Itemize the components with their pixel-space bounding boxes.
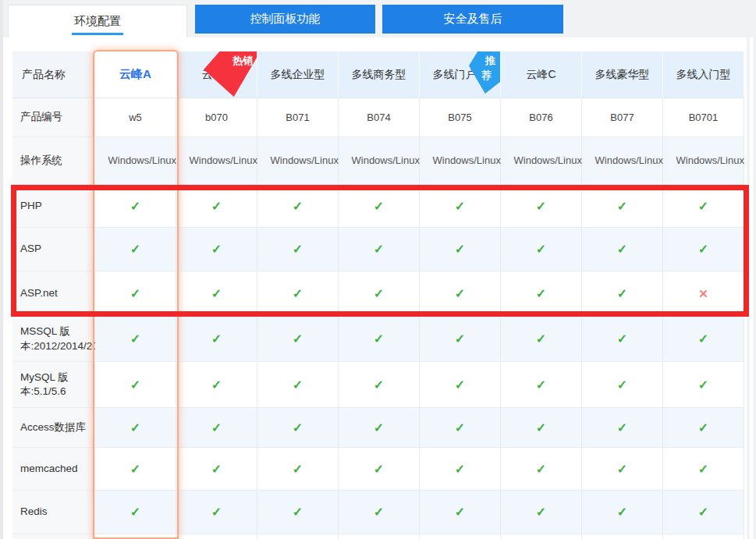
tab-control-panel-features[interactable]: 控制面板功能 [195, 5, 375, 34]
header-row: 产品名称云峰A云峰B热销多线企业型多线商务型多线门户型推荐云峰C多线豪华型多线入… [12, 51, 744, 98]
data-cell: ✓ [257, 271, 339, 317]
check-icon: ✓ [211, 505, 222, 519]
os-row: 操作系统Windows/LinuxWindows/LinuxWindows/Li… [12, 137, 744, 185]
row-label: Access数据库 [20, 420, 86, 434]
data-cell: ✓ [501, 317, 582, 362]
data-cell: Windows/Linux [176, 137, 257, 185]
page-left-margin [0, 0, 3, 539]
product-header-cell: 云峰B热销 [176, 51, 257, 98]
data-cell: ✓ [663, 408, 744, 448]
product-code: B071 [286, 112, 309, 123]
check-icon: ✓ [455, 462, 465, 477]
data-cell: ✓ [420, 317, 501, 362]
row-label: PHP [20, 199, 42, 213]
hot-badge-label: 热销 [232, 54, 253, 68]
product-name: 云峰A [119, 67, 151, 82]
feature-row: memcached✓✓✓✓✓✓✓✓ [12, 448, 744, 491]
check-icon: ✓ [617, 199, 627, 214]
data-cell: ✓ [501, 362, 582, 408]
data-cell: B0701 [663, 98, 744, 137]
data-cell: ✓ [176, 448, 257, 491]
tab-label: 环境配置 [74, 14, 121, 29]
check-icon: ✓ [293, 286, 303, 301]
check-icon: ✓ [374, 505, 384, 519]
product-code: B075 [448, 112, 471, 123]
data-cell: ✓ [420, 271, 501, 317]
check-icon: ✓ [617, 420, 627, 435]
row-label-cell: MSSQL 版本:2012/2014/2016 [12, 317, 95, 362]
tab-environment-config[interactable]: 环境配置 [8, 5, 187, 37]
tab-security-aftersales[interactable]: 安全及售后 [382, 5, 563, 34]
data-cell: ✓ [257, 408, 339, 448]
check-icon: ✓ [211, 199, 222, 214]
product-name: 多线企业型 [271, 68, 325, 82]
os-value: Windows/Linux [108, 153, 163, 169]
tab-label: 安全及售后 [444, 12, 502, 27]
data-cell: ✓ [582, 408, 663, 448]
row-label: 操作系统 [20, 154, 62, 168]
row-label: MSSQL 版本:2012/2014/2016 [20, 324, 89, 353]
data-cell: ✓ [582, 185, 663, 228]
data-cell: ✓ [257, 228, 339, 271]
data-cell: ✓ [176, 228, 257, 271]
check-icon: ✓ [293, 378, 303, 392]
data-cell: ✓ [339, 408, 420, 448]
product-name: 多线商务型 [352, 68, 406, 82]
feature-row: PHP✓✓✓✓✓✓✓✓ [12, 185, 744, 228]
check-icon: ✓ [130, 242, 140, 257]
check-icon: ✓ [130, 505, 140, 519]
data-cell: ✓ [95, 448, 176, 491]
check-icon: ✓ [536, 332, 546, 346]
product-comparison-page: 环境配置 控制面板功能 安全及售后 产品名称云峰A云峰B热销多线企业型多线商务型… [0, 0, 756, 539]
data-cell: Windows/Linux [339, 137, 420, 185]
data-cell: ✓ [95, 228, 176, 271]
feature-row: ASP✓✓✓✓✓✓✓✓ [12, 228, 744, 271]
data-cell [582, 534, 663, 539]
data-cell: ✓ [501, 491, 582, 534]
data-cell: ✓ [663, 228, 744, 271]
check-icon: ✓ [536, 505, 546, 519]
row-label-cell: Redis [12, 491, 95, 534]
data-cell [95, 534, 176, 539]
data-cell: B074 [339, 98, 420, 137]
active-tab-underline [72, 33, 123, 35]
check-icon: ✓ [374, 332, 384, 346]
product-header-cell: 多线商务型 [339, 51, 420, 98]
data-cell: Windows/Linux [420, 137, 501, 185]
feature-row: Access数据库✓✓✓✓✓✓✓✓ [12, 408, 744, 448]
check-icon: ✓ [698, 462, 708, 477]
data-cell: ✓ [95, 271, 176, 317]
partial-row [12, 534, 744, 539]
row-label-cell: MySQL 版本:5.1/5.6 [12, 362, 95, 408]
feature-row: MSSQL 版本:2012/2014/2016✓✓✓✓✓✓✓✓ [12, 317, 744, 362]
check-icon: ✓ [374, 378, 384, 392]
product-header-cell: 云峰A [95, 51, 176, 98]
scrollbar[interactable] [750, 37, 753, 539]
data-cell: ✓ [582, 448, 663, 491]
check-icon: ✓ [698, 378, 708, 392]
os-value: Windows/Linux [514, 153, 569, 169]
check-icon: ✓ [293, 332, 303, 346]
check-icon: ✓ [211, 462, 222, 477]
check-icon: ✓ [211, 242, 222, 257]
data-cell: ✓ [176, 491, 257, 534]
cross-icon: ✕ [698, 287, 708, 301]
check-icon: ✓ [455, 286, 465, 301]
check-icon: ✓ [536, 242, 546, 257]
data-cell: ✓ [663, 362, 744, 408]
data-cell: ✓ [95, 491, 176, 534]
data-cell: ✕ [663, 271, 744, 317]
row-label-cell [12, 534, 95, 539]
product-name: 多线豪华型 [595, 68, 650, 82]
data-cell [420, 534, 501, 539]
check-icon: ✓ [211, 332, 222, 346]
row-label-cell: ASP [12, 228, 95, 271]
data-cell: ✓ [339, 448, 420, 491]
data-cell: B076 [501, 98, 582, 137]
check-icon: ✓ [374, 242, 384, 257]
product-name: 云峰C [526, 68, 555, 82]
product-header-cell: 多线入门型 [663, 51, 744, 98]
check-icon: ✓ [455, 332, 465, 346]
data-cell: ✓ [663, 448, 744, 491]
data-cell: ✓ [501, 228, 582, 271]
